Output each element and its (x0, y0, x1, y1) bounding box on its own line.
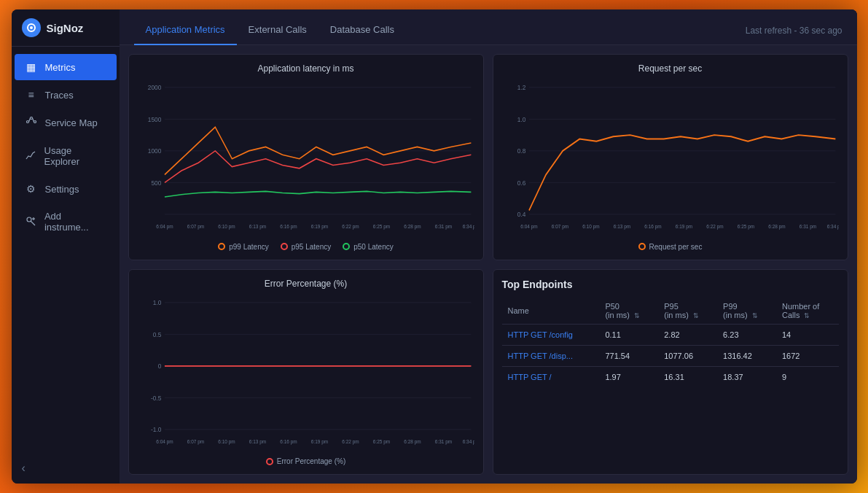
header: Application Metrics External Calls Datab… (120, 9, 857, 45)
svg-text:6:28 pm: 6:28 pm (768, 224, 785, 230)
error-percentage-title: Error Percentage (%) (138, 279, 474, 289)
svg-text:-1.0: -1.0 (151, 425, 161, 433)
settings-icon: ⚙ (25, 183, 38, 195)
app-container: SigNoz ▦ Metrics ≡ Traces (12, 9, 857, 484)
endpoint-name-2[interactable]: HTTP GET / (502, 366, 600, 387)
svg-text:6:19 pm: 6:19 pm (675, 224, 692, 230)
svg-text:6:04 pm: 6:04 pm (520, 224, 537, 230)
endpoint-p95-0: 2.82 (658, 324, 717, 345)
svg-text:6:13 pm: 6:13 pm (249, 224, 265, 230)
legend-p50: p50 Latency (343, 243, 394, 251)
endpoint-p50-2: 1.97 (599, 366, 658, 387)
sort-icon-p99: ⇅ (752, 312, 758, 319)
latency-chart-svg: 2000 1500 1000 500 6:04 pm 6:07 pm 6: (138, 79, 474, 238)
col-calls[interactable]: Number ofCalls ⇅ (776, 298, 839, 325)
svg-text:1500: 1500 (147, 115, 160, 123)
svg-text:6:34 pm: 6:34 pm (462, 224, 474, 230)
svg-line-8 (31, 221, 35, 225)
svg-text:0: 0 (157, 362, 161, 370)
svg-text:6:28 pm: 6:28 pm (404, 438, 421, 445)
sidebar-item-add-instrument[interactable]: Add instrume... (15, 203, 117, 240)
sidebar-item-metrics[interactable]: ▦ Metrics (15, 54, 117, 80)
svg-text:-0.5: -0.5 (151, 394, 161, 402)
sidebar-item-traces[interactable]: ≡ Traces (15, 82, 117, 108)
svg-text:6:04 pm: 6:04 pm (156, 438, 173, 445)
endpoint-calls-1: 1672 (776, 345, 839, 366)
svg-text:6:25 pm: 6:25 pm (372, 438, 389, 445)
legend-request-per-sec: Request per sec (638, 243, 703, 251)
svg-line-5 (28, 118, 30, 122)
table-row: HTTP GET /config 0.11 2.82 6.23 14 (502, 324, 839, 345)
request-per-sec-chart-card: Request per sec 1.2 1.0 0.8 0.6 (493, 54, 848, 260)
svg-point-3 (30, 117, 32, 120)
traces-icon: ≡ (25, 89, 38, 101)
sidebar-item-label-add-instrument: Add instrume... (44, 211, 106, 233)
svg-text:1.0: 1.0 (517, 115, 525, 123)
add-instrument-icon (25, 216, 37, 228)
svg-text:6:07 pm: 6:07 pm (187, 224, 203, 230)
last-refresh: Last refresh - 36 sec ago (746, 26, 842, 36)
sidebar-item-settings[interactable]: ⚙ Settings (15, 176, 117, 202)
request-per-sec-title: Request per sec (502, 63, 839, 74)
sidebar-item-label-usage: Usage Explorer (44, 145, 106, 167)
svg-text:6:16 pm: 6:16 pm (644, 224, 661, 230)
svg-text:6:31 pm: 6:31 pm (799, 224, 816, 230)
endpoint-p99-1: 1316.42 (717, 345, 776, 366)
svg-text:6:31 pm: 6:31 pm (434, 224, 451, 230)
svg-text:6:07 pm: 6:07 pm (551, 224, 568, 230)
tab-database-calls[interactable]: Database Calls (318, 17, 406, 45)
endpoints-table: Name P50(in ms) ⇅ P95(in ms) ⇅ (502, 298, 839, 387)
svg-text:6:28 pm: 6:28 pm (404, 224, 421, 230)
sidebar-item-label-service-map: Service Map (45, 117, 98, 128)
error-percentage-chart-card: Error Percentage (%) 1.0 0.5 0 -0.5 (128, 269, 484, 475)
svg-text:0.8: 0.8 (517, 147, 525, 155)
collapse-button[interactable]: ‹ (12, 453, 120, 484)
legend-dot-p95 (281, 243, 288, 250)
table-row: HTTP GET /disp... 771.54 1077.06 1316.42… (502, 345, 839, 366)
legend-label-error: Error Percentage (%) (277, 457, 345, 465)
top-endpoints-card: Top Endpoints Name P50(in ms) ⇅ (493, 269, 848, 475)
tab-application-metrics[interactable]: Application Metrics (134, 17, 237, 45)
sidebar-item-service-map[interactable]: Service Map (15, 109, 117, 136)
svg-text:6:10 pm: 6:10 pm (218, 438, 235, 445)
col-p95[interactable]: P95(in ms) ⇅ (658, 298, 717, 325)
endpoint-name-0[interactable]: HTTP GET /config (502, 324, 600, 345)
svg-text:6:22 pm: 6:22 pm (342, 438, 359, 445)
top-endpoints-title: Top Endpoints (502, 279, 839, 290)
svg-text:6:04 pm: 6:04 pm (156, 224, 173, 230)
main-content: Application Metrics External Calls Datab… (120, 9, 857, 484)
metrics-icon: ▦ (25, 61, 38, 73)
error-percentage-legend: Error Percentage (%) (138, 457, 474, 465)
svg-text:6:34 pm: 6:34 pm (462, 438, 474, 445)
request-per-sec-svg: 1.2 1.0 0.8 0.6 0.4 6:04 pm 6:07 pm 6:10… (502, 79, 839, 238)
error-percentage-svg: 1.0 0.5 0 -0.5 -1.0 6:04 pm 6:07 pm 6:10… (138, 295, 474, 454)
svg-text:1.0: 1.0 (152, 298, 161, 306)
col-p50[interactable]: P50(in ms) ⇅ (599, 298, 658, 325)
sidebar-nav: ▦ Metrics ≡ Traces Service Map (12, 47, 120, 453)
dashboard: Application latency in ms 2000 1500 1000 (120, 45, 857, 484)
latency-chart-card: Application latency in ms 2000 1500 1000 (128, 54, 484, 260)
endpoint-calls-2: 9 (776, 366, 839, 387)
table-row: HTTP GET / 1.97 16.31 18.37 9 (502, 366, 839, 387)
svg-text:2000: 2000 (147, 84, 160, 92)
svg-text:6:31 pm: 6:31 pm (434, 438, 451, 445)
svg-text:6:13 pm: 6:13 pm (613, 224, 630, 230)
endpoint-name-1[interactable]: HTTP GET /disp... (502, 345, 600, 366)
endpoint-p99-2: 18.37 (717, 366, 776, 387)
svg-text:6:25 pm: 6:25 pm (372, 224, 389, 230)
request-per-sec-chart-area: 1.2 1.0 0.8 0.6 0.4 6:04 pm 6:07 pm 6:10… (502, 79, 839, 238)
svg-text:6:10 pm: 6:10 pm (218, 224, 235, 230)
tab-external-calls[interactable]: External Calls (237, 17, 318, 45)
svg-text:6:34 pm: 6:34 pm (826, 224, 838, 230)
sidebar-logo: SigNoz (12, 9, 120, 47)
col-p99[interactable]: P99(in ms) ⇅ (717, 298, 776, 325)
request-per-sec-legend: Request per sec (502, 243, 839, 251)
sidebar-item-label-traces: Traces (45, 90, 74, 101)
svg-point-1 (30, 26, 33, 29)
legend-p95: p95 Latency (281, 243, 332, 251)
sidebar-item-label-metrics: Metrics (45, 62, 76, 73)
sidebar-item-usage-explorer[interactable]: Usage Explorer (15, 138, 117, 174)
svg-text:6:19 pm: 6:19 pm (310, 438, 327, 445)
svg-point-2 (26, 121, 28, 123)
svg-text:6:16 pm: 6:16 pm (280, 438, 297, 445)
